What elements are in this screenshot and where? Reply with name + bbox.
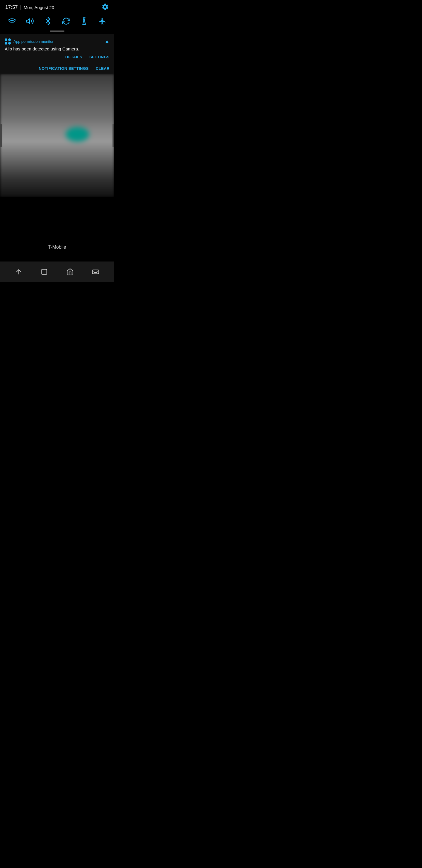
notification-settings-button[interactable]: SETTINGS (89, 55, 109, 59)
notification-header: App permission monitor ▲ (5, 38, 109, 44)
right-edge-handle[interactable] (112, 124, 114, 147)
status-right (101, 3, 109, 12)
svg-marker-1 (27, 19, 30, 24)
status-bar: 17:57 | Mon, August 20 (0, 0, 114, 14)
status-time: 17:57 (5, 4, 18, 10)
sync-icon[interactable] (61, 16, 71, 26)
status-divider: | (20, 5, 22, 10)
notification-settings-link[interactable]: NOTIFICATION SETTINGS (39, 66, 89, 71)
home-button[interactable] (64, 266, 76, 278)
bluetooth-icon[interactable] (43, 16, 53, 26)
notification-actions: DETAILS SETTINGS (5, 55, 109, 61)
content-area (0, 74, 114, 197)
notification-details-button[interactable]: DETAILS (65, 55, 83, 59)
svg-rect-5 (92, 270, 99, 274)
wifi-icon[interactable] (7, 16, 17, 26)
flashlight-icon[interactable] (79, 16, 89, 26)
drag-handle[interactable] (0, 29, 114, 34)
left-edge-handle[interactable] (0, 124, 2, 147)
svg-rect-4 (42, 269, 47, 274)
notification-chevron-icon[interactable]: ▲ (104, 38, 109, 44)
quick-settings-bar (0, 14, 114, 29)
status-left: 17:57 | Mon, August 20 (5, 4, 54, 10)
settings-icon[interactable] (101, 3, 109, 12)
clear-notifications-button[interactable]: CLEAR (96, 66, 109, 71)
recents-button[interactable] (38, 266, 50, 278)
navigation-bar (0, 261, 114, 282)
notification-app-name: App permission monitor (13, 39, 102, 44)
notification-body: Allo has been detected using Camera. (5, 46, 109, 51)
notification-card: App permission monitor ▲ Allo has been d… (0, 34, 114, 63)
drag-handle-bar (50, 31, 64, 32)
status-date: Mon, August 20 (24, 5, 54, 10)
app-permission-icon (5, 38, 11, 44)
airplane-icon[interactable] (97, 16, 107, 26)
back-button[interactable] (13, 266, 25, 278)
carrier-label: T-Mobile (0, 245, 114, 250)
volume-icon[interactable] (25, 16, 35, 26)
blurred-background (0, 74, 114, 197)
dark-area: T-Mobile (0, 197, 114, 261)
teal-blob (66, 127, 89, 142)
keyboard-button[interactable] (90, 266, 101, 278)
notification-bottom-row: NOTIFICATION SETTINGS CLEAR (0, 63, 114, 74)
